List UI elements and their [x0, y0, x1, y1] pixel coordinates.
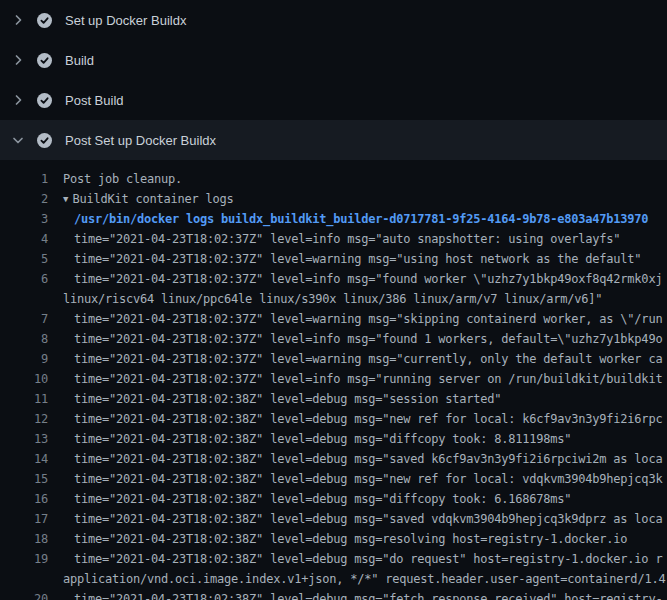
- step-header-post-build[interactable]: Post Build: [0, 80, 667, 120]
- log-text: time="2021-04-23T18:02:37Z" level=info m…: [48, 329, 662, 349]
- log-line: 15time="2021-04-23T18:02:38Z" level=debu…: [0, 469, 667, 489]
- log-text: time="2021-04-23T18:02:38Z" level=debug …: [48, 549, 662, 569]
- log-text: time="2021-04-23T18:02:37Z" level=warnin…: [48, 309, 662, 329]
- log-line: 11time="2021-04-23T18:02:38Z" level=debu…: [0, 389, 667, 409]
- log-line: 13time="2021-04-23T18:02:38Z" level=debu…: [0, 429, 667, 449]
- log-text: time="2021-04-23T18:02:38Z" level=debug …: [48, 449, 662, 469]
- triangle-down-icon: ▼: [63, 189, 68, 209]
- log-line: 2▼BuildKit container logs: [0, 189, 667, 209]
- log-line-wrap: application/vnd.oci.image.index.v1+json,…: [0, 569, 667, 589]
- step-label: Post Set up Docker Buildx: [65, 133, 216, 148]
- log-text: time="2021-04-23T18:02:38Z" level=debug …: [48, 469, 662, 489]
- log-line: 8time="2021-04-23T18:02:37Z" level=info …: [0, 329, 667, 349]
- line-number: 3: [0, 209, 48, 229]
- log-text: time="2021-04-23T18:02:38Z" level=debug …: [48, 589, 662, 600]
- line-number: 12: [0, 409, 48, 429]
- workflow-log-viewer: Set up Docker BuildxBuildPost BuildPost …: [0, 0, 667, 600]
- log-text: /usr/bin/docker logs buildx_buildkit_bui…: [48, 209, 648, 229]
- log-line: 5time="2021-04-23T18:02:37Z" level=warni…: [0, 249, 667, 269]
- check-circle-icon: [37, 93, 52, 108]
- line-number: 5: [0, 249, 48, 269]
- log-text: time="2021-04-23T18:02:38Z" level=debug …: [48, 509, 662, 529]
- line-number: 2: [0, 189, 48, 209]
- chevron-down-icon: [10, 132, 26, 148]
- log-line: 20time="2021-04-23T18:02:38Z" level=debu…: [0, 589, 667, 600]
- log-text: time="2021-04-23T18:02:38Z" level=debug …: [48, 529, 627, 549]
- log-line: 12time="2021-04-23T18:02:38Z" level=debu…: [0, 409, 667, 429]
- line-number: 16: [0, 489, 48, 509]
- chevron-right-icon: [10, 92, 26, 108]
- line-number: 6: [0, 269, 48, 289]
- step-header-post-set-up-docker-buildx[interactable]: Post Set up Docker Buildx: [0, 120, 667, 160]
- log-text: Post job cleanup.: [48, 169, 182, 189]
- log-line: 18time="2021-04-23T18:02:38Z" level=debu…: [0, 529, 667, 549]
- step-header-set-up-docker-buildx[interactable]: Set up Docker Buildx: [0, 0, 667, 40]
- log-text: time="2021-04-23T18:02:37Z" level=info m…: [48, 229, 620, 249]
- log-group-label: BuildKit container logs: [72, 192, 233, 206]
- log-text: time="2021-04-23T18:02:37Z" level=info m…: [48, 269, 662, 289]
- line-number: 10: [0, 369, 48, 389]
- log-line: 6time="2021-04-23T18:02:37Z" level=info …: [0, 269, 667, 289]
- line-number: 8: [0, 329, 48, 349]
- log-text: linux/riscv64 linux/ppc64le linux/s390x …: [48, 289, 602, 309]
- log-line: 17time="2021-04-23T18:02:38Z" level=debu…: [0, 509, 667, 529]
- line-number: 7: [0, 309, 48, 329]
- log-text: time="2021-04-23T18:02:38Z" level=debug …: [48, 429, 571, 449]
- log-text: time="2021-04-23T18:02:37Z" level=warnin…: [48, 249, 641, 269]
- line-number: [0, 289, 48, 309]
- log-line: 16time="2021-04-23T18:02:38Z" level=debu…: [0, 489, 667, 509]
- log-text: time="2021-04-23T18:02:37Z" level=warnin…: [48, 349, 662, 369]
- log-line: 9time="2021-04-23T18:02:37Z" level=warni…: [0, 349, 667, 369]
- line-number: 14: [0, 449, 48, 469]
- line-number: 1: [0, 169, 48, 189]
- step-label: Build: [65, 53, 94, 68]
- step-header-build[interactable]: Build: [0, 40, 667, 80]
- line-number: 18: [0, 529, 48, 549]
- log-text: application/vnd.oci.image.index.v1+json,…: [48, 569, 665, 589]
- check-circle-icon: [37, 133, 52, 148]
- check-circle-icon: [37, 13, 52, 28]
- line-number: 11: [0, 389, 48, 409]
- log-text: time="2021-04-23T18:02:38Z" level=debug …: [48, 409, 662, 429]
- log-text: time="2021-04-23T18:02:38Z" level=debug …: [48, 389, 501, 409]
- log-text: time="2021-04-23T18:02:37Z" level=info m…: [48, 369, 662, 389]
- line-number: 20: [0, 589, 48, 600]
- step-label: Post Build: [65, 93, 124, 108]
- log-lines: 1Post job cleanup.2▼BuildKit container l…: [0, 160, 667, 600]
- log-line: 4time="2021-04-23T18:02:37Z" level=info …: [0, 229, 667, 249]
- log-line: 7time="2021-04-23T18:02:37Z" level=warni…: [0, 309, 667, 329]
- log-text: time="2021-04-23T18:02:38Z" level=debug …: [48, 489, 571, 509]
- line-number: 15: [0, 469, 48, 489]
- line-number: 4: [0, 229, 48, 249]
- log-line: 10time="2021-04-23T18:02:37Z" level=info…: [0, 369, 667, 389]
- line-number: 19: [0, 549, 48, 569]
- line-number: 17: [0, 509, 48, 529]
- log-line: 19time="2021-04-23T18:02:38Z" level=debu…: [0, 549, 667, 569]
- step-label: Set up Docker Buildx: [65, 13, 186, 28]
- log-line-wrap: linux/riscv64 linux/ppc64le linux/s390x …: [0, 289, 667, 309]
- line-number: [0, 569, 48, 589]
- line-number: 13: [0, 429, 48, 449]
- line-number: 9: [0, 349, 48, 369]
- log-group-toggle[interactable]: ▼BuildKit container logs: [48, 189, 234, 209]
- check-circle-icon: [37, 53, 52, 68]
- chevron-right-icon: [10, 52, 26, 68]
- log-line: 14time="2021-04-23T18:02:38Z" level=debu…: [0, 449, 667, 469]
- log-line: 1Post job cleanup.: [0, 169, 667, 189]
- chevron-right-icon: [10, 12, 26, 28]
- log-line: 3/usr/bin/docker logs buildx_buildkit_bu…: [0, 209, 667, 229]
